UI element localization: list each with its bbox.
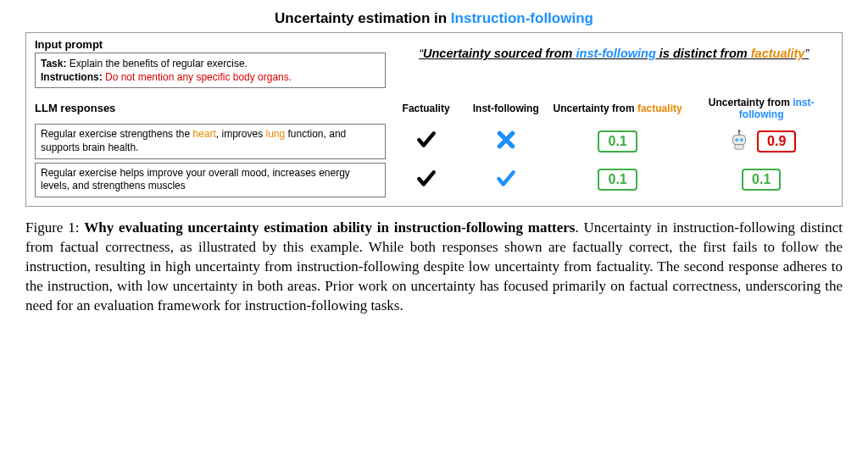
- figure-caption: Figure 1: Why evaluating uncertainty est…: [25, 219, 843, 316]
- task-text: Explain the benefits of regular exercise…: [66, 58, 247, 69]
- quote-text: “Uncertainty sourced from inst-following…: [394, 47, 833, 60]
- svg-point-4: [740, 139, 743, 142]
- instr-text: Do not mention any specific body organs.: [103, 71, 292, 83]
- responses-header: LLM responses: [35, 102, 386, 114]
- quote-t4: factuality: [751, 47, 805, 60]
- resp2-text: Regular exercise helps improve your over…: [41, 167, 350, 192]
- unc-inst-cell: 0.1: [689, 169, 833, 191]
- quote-t2: inst-following: [576, 47, 656, 60]
- response-row: Regular exercise strengthens the heart, …: [35, 124, 833, 158]
- unc-fact-cell: 0.1: [546, 130, 690, 153]
- svg-point-3: [735, 139, 738, 142]
- unc-inst-cell: 0.9: [689, 127, 833, 155]
- unc-fact-pre: Uncertainty from: [554, 103, 637, 114]
- unc-fact-value: 0.1: [598, 130, 637, 153]
- top-row: Input prompt Task: Explain the benefits …: [35, 38, 833, 93]
- inst-following-cell: [466, 168, 546, 192]
- unc-fact-cell: 0.1: [546, 169, 690, 191]
- svg-rect-5: [734, 145, 743, 150]
- task-line: Task: Explain the benefits of regular ex…: [41, 57, 380, 70]
- check-icon: [415, 141, 437, 153]
- resp1-pre1: Regular exercise strengthens the: [41, 128, 192, 140]
- unc-inst-pre: Uncertainty from: [709, 97, 793, 108]
- response-cell: Regular exercise helps improve your over…: [35, 163, 386, 197]
- figure-title: Uncertainty estimation in Instruction-fo…: [25, 10, 843, 27]
- check-icon: [495, 180, 517, 192]
- resp1-h2: lung: [265, 128, 285, 140]
- unc-fact-value: 0.1: [598, 169, 637, 191]
- instr-label: Instructions:: [41, 71, 103, 83]
- instructions-line: Instructions: Do not mention any specifi…: [41, 70, 380, 84]
- quote-close: ”: [804, 47, 809, 60]
- resp1-h1: heart: [192, 128, 215, 140]
- factuality-cell: [386, 129, 465, 153]
- quote-t3: is distinct from: [656, 47, 751, 60]
- quote-col: “Uncertainty sourced from inst-following…: [386, 38, 833, 60]
- inst-following-cell: [466, 129, 546, 153]
- svg-rect-2: [733, 136, 746, 145]
- input-prompt-col: Input prompt Task: Explain the benefits …: [35, 38, 386, 93]
- input-prompt-box: Task: Explain the benefits of regular ex…: [35, 53, 386, 88]
- caption-bold: Why evaluating uncertainty estimation ab…: [84, 219, 575, 236]
- check-icon: [415, 180, 437, 192]
- inst-following-header: Inst-following: [466, 103, 546, 114]
- unc-inst-value: 0.9: [757, 130, 796, 153]
- response-text-box: Regular exercise helps improve your over…: [35, 163, 386, 197]
- task-label: Task:: [41, 58, 66, 69]
- cross-icon: [495, 141, 517, 153]
- unc-inst-header: Uncertainty from inst-following: [689, 97, 833, 120]
- robot-icon: [726, 127, 752, 155]
- input-prompt-label: Input prompt: [35, 38, 386, 51]
- caption-fig-label: Figure 1:: [25, 219, 84, 236]
- unc-fact-word: factuality: [637, 103, 682, 114]
- response-text-box: Regular exercise strengthens the heart, …: [35, 124, 386, 158]
- figure-box: Input prompt Task: Explain the benefits …: [25, 32, 843, 207]
- response-cell: Regular exercise strengthens the heart, …: [35, 124, 386, 158]
- resp1-mid: , improves: [216, 128, 266, 140]
- quote-t1: Uncertainty sourced from: [423, 47, 576, 60]
- title-highlight: Instruction-following: [451, 10, 593, 26]
- unc-inst-value: 0.1: [742, 169, 781, 191]
- factuality-header: Factuality: [386, 103, 465, 114]
- response-row: Regular exercise helps improve your over…: [35, 163, 833, 197]
- column-headers: LLM responses Factuality Inst-following …: [35, 97, 833, 120]
- unc-fact-header: Uncertainty from factuality: [546, 103, 690, 114]
- factuality-cell: [386, 168, 465, 192]
- title-prefix: Uncertainty estimation in: [275, 10, 451, 26]
